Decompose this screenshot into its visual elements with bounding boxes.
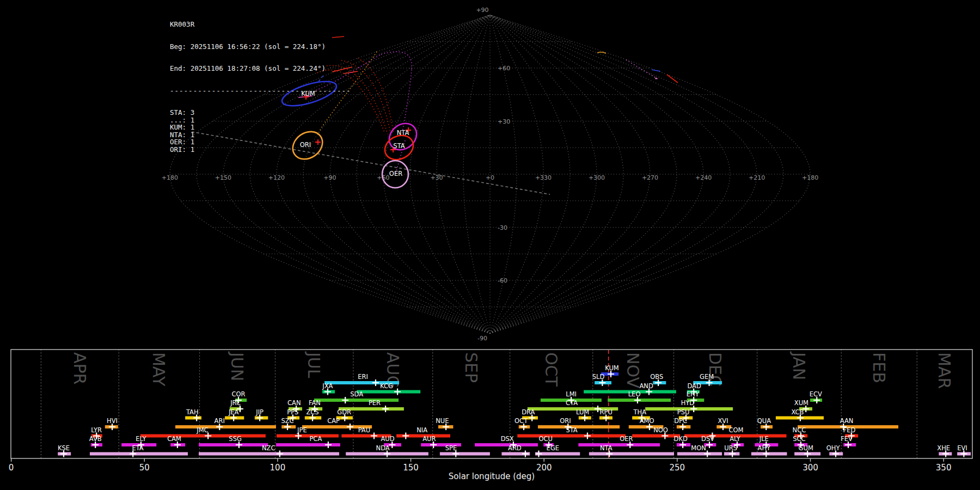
shower-peak-marker-NZC xyxy=(277,451,283,457)
shower-label-AAN: AAN xyxy=(840,417,854,425)
shower-bar-NZC xyxy=(199,452,339,456)
shower-EGE: EGE xyxy=(535,444,580,457)
map-latitude-label: +60 xyxy=(498,65,510,72)
shower-label-LYR: LYR xyxy=(91,426,102,434)
shower-peak-marker-PCA xyxy=(325,442,332,448)
shower-bar-JPE xyxy=(277,434,339,438)
shower-bar-NOO xyxy=(632,434,680,438)
shower-QUA: QUA xyxy=(757,417,773,430)
shower-peak-marker-PER xyxy=(382,406,389,412)
shower-label-XCB: XCB xyxy=(792,408,804,416)
shower-label-FAN: FAN xyxy=(309,399,321,407)
month-label-OCT: OCT xyxy=(542,352,561,387)
shower-label-XUM: XUM xyxy=(794,399,808,407)
shower-label-HVI: HVI xyxy=(107,417,118,425)
observation-info-block: KR003R Beg: 20251106 16:56:22 (sol = 224… xyxy=(170,6,351,168)
shower-label-NIA: NIA xyxy=(416,426,427,434)
count-line-KUM: KUM: 1 xyxy=(170,124,351,131)
shower-label-AHY: AHY xyxy=(758,444,771,452)
shower-bar-SSG xyxy=(199,443,268,446)
shower-label-XHE: XHE xyxy=(937,444,950,452)
x-axis-tick-label: 200 xyxy=(536,463,552,473)
shower-peak-marker-SDA xyxy=(342,397,348,403)
shower-label-FED: FED xyxy=(843,426,856,434)
radiant-label-STA: STA xyxy=(393,142,405,150)
shower-peak-marker-NIA xyxy=(402,433,409,439)
shower-label-CAP: CAP xyxy=(327,417,340,425)
shower-XHE: XHE xyxy=(937,444,952,457)
shower-label-LUM: LUM xyxy=(576,408,589,416)
map-latitude-label: -90 xyxy=(477,335,487,342)
shower-label-EHY: EHY xyxy=(687,390,700,398)
shower-label-SDA: SDA xyxy=(350,390,363,398)
shower-bar-STA xyxy=(517,434,626,438)
shower-OHY: OHY xyxy=(826,444,843,457)
shower-AVB: AVB xyxy=(89,435,102,448)
month-label-MAR: MAR xyxy=(935,352,954,389)
shower-label-COM: COM xyxy=(728,426,743,434)
shower-label-THA: THA xyxy=(633,408,647,416)
shower-bar-SPE xyxy=(440,452,490,456)
shower-label-AUD: AUD xyxy=(381,435,394,443)
shower-label-GDR: GDR xyxy=(337,408,351,416)
meteor-trail xyxy=(626,60,658,79)
shower-peak-marker-PAU xyxy=(371,433,377,439)
shower-label-DRA: DRA xyxy=(522,408,535,416)
shower-ZCS: ZCS xyxy=(305,408,321,421)
x-axis-tick-label: 250 xyxy=(670,463,685,473)
count-line-xxx: ...: 1 xyxy=(170,117,351,124)
shower-label-JPE: JPE xyxy=(297,426,307,434)
shower-OCT: OCT xyxy=(514,417,530,430)
map-longitude-label: +210 xyxy=(749,174,765,181)
x-axis-tick-label: 300 xyxy=(803,463,818,473)
shower-label-ALY: ALY xyxy=(730,435,741,443)
shower-peak-marker-ARD xyxy=(522,451,529,457)
shower-label-ERI: ERI xyxy=(358,373,368,381)
shower-peak-marker-CAP xyxy=(347,424,353,430)
meteor-trail xyxy=(358,58,394,134)
shower-label-SSG: SSG xyxy=(229,435,242,443)
count-line-NTA: NTA: 1 xyxy=(170,131,351,139)
x-axis-tick-label: 50 xyxy=(139,463,150,473)
count-line-STA: STA: 3 xyxy=(170,109,351,117)
count-line-ORI: ORI: 1 xyxy=(170,146,351,154)
count-line-OER: OER: 1 xyxy=(170,138,351,146)
month-label-JUL: JUL xyxy=(304,351,323,378)
shower-JEA: JEA xyxy=(225,408,244,421)
shower-label-SCC: SCC xyxy=(793,435,805,443)
shower-TAH: TAH xyxy=(185,408,201,421)
shower-label-PER: PER xyxy=(369,399,381,407)
shower-SZC: SZC xyxy=(281,417,296,430)
shower-label-JLE: JLE xyxy=(759,435,769,443)
map-longitude-label: +300 xyxy=(589,174,605,181)
shower-JIP: JIP xyxy=(255,408,268,421)
meteor-radiant-screen: +180+150+120+90+60+30+0+330+300+270+240+… xyxy=(0,0,980,490)
map-longitude-label: +120 xyxy=(268,174,285,181)
month-label-APR: APR xyxy=(70,352,89,384)
shower-label-QUA: QUA xyxy=(757,417,771,425)
shower-label-CAM: CAM xyxy=(167,435,181,443)
end-time: End: 20251106 18:27:08 (sol = 224.24°) xyxy=(170,65,351,72)
shower-label-COR: COR xyxy=(231,390,245,398)
shower-bar-NTA xyxy=(589,452,674,456)
map-longitude-label: +180 xyxy=(162,174,178,181)
shower-peak-marker-ERI xyxy=(372,379,379,386)
map-longitude-label: +270 xyxy=(642,174,658,181)
meteor-trail-dot xyxy=(655,77,657,79)
x-axis-tick-label: 150 xyxy=(403,463,419,473)
shower-label-CAN: CAN xyxy=(287,399,301,407)
shower-label-DSX: DSX xyxy=(501,435,514,443)
shower-bar-SDA xyxy=(314,399,399,402)
shower-label-NOO: NOO xyxy=(653,426,668,434)
shower-label-RPU: RPU xyxy=(600,408,612,416)
begin-time: Beg: 20251106 16:56:22 (sol = 224.18°) xyxy=(170,43,351,51)
radiant-STA: STA xyxy=(381,131,418,164)
month-label-JAN: JAN xyxy=(789,351,808,380)
shower-label-EVI: EVI xyxy=(957,444,967,452)
map-longitude-label: +240 xyxy=(695,174,712,181)
shower-bar-ETA xyxy=(90,452,188,456)
shower-label-ECV: ECV xyxy=(810,390,822,398)
map-grid-meridian xyxy=(437,15,490,334)
map-latitude-label: +90 xyxy=(476,7,488,14)
month-label-SEP: SEP xyxy=(462,352,481,383)
